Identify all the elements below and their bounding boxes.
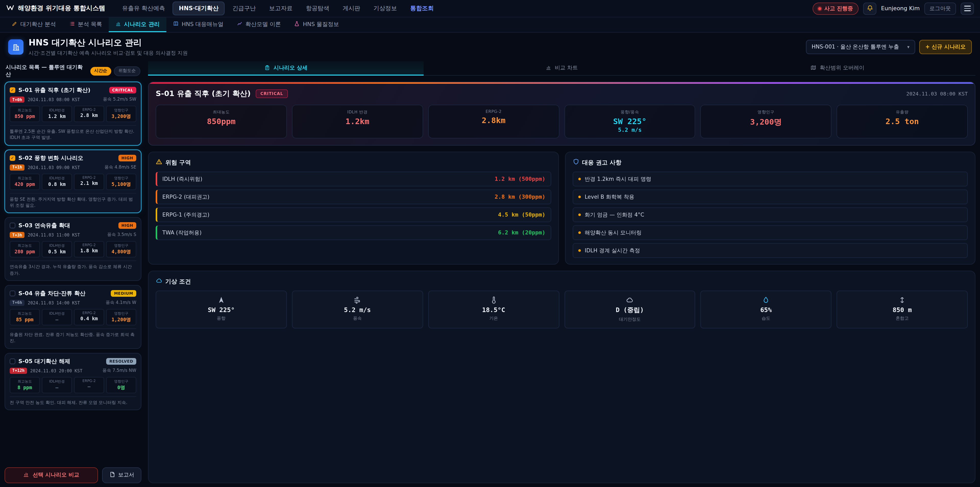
- metric-value: 0명: [109, 384, 134, 391]
- tab-scenario-management[interactable]: 시나리오 관리: [109, 18, 166, 32]
- scenario-checkbox[interactable]: [10, 155, 15, 161]
- nav-item-rescue[interactable]: 긴급구난: [227, 2, 262, 15]
- user-name: Eunjeong Kim: [881, 5, 920, 12]
- tab-dispersion-overlay[interactable]: 확산범위 오버레이: [700, 61, 975, 76]
- metric-label: IDLH반경: [45, 243, 69, 249]
- time-offset-badge: T+3h: [10, 232, 25, 238]
- metric-label: 최고농도: [12, 379, 37, 384]
- report-button[interactable]: 보고서: [102, 467, 142, 483]
- nav-item-weather[interactable]: 기상정보: [368, 2, 403, 15]
- metric-label: 풍향/풍속: [570, 109, 690, 115]
- incident-select[interactable]: HNS-001 · 울산 온산항 톨루엔 누출 ▾: [806, 40, 915, 54]
- danger-zones-title: 위험 구역: [165, 158, 191, 166]
- metric-label: ERPG-2: [76, 176, 102, 179]
- nav-item-reports[interactable]: 보고자료: [264, 2, 298, 15]
- detail-metric: ERPG-2 2.8km: [428, 105, 559, 139]
- zone-name: TWA (작업허용): [162, 229, 202, 236]
- metric-subvalue: 5.2 m/s: [570, 127, 690, 133]
- scenario-metrics: 최고농도 280 ppm IDLH반경 0.5 km ERPG-2 1.8 km…: [10, 241, 136, 258]
- tab-analysis-list[interactable]: 분석 목록: [62, 18, 109, 32]
- scenario-metric: ERPG-2 2.8 km: [74, 106, 104, 122]
- metric-label: ERPG-2: [76, 108, 102, 112]
- scenario-card[interactable]: S-04 유출 차단·잔류 확산 MEDIUM T+6h 2024.11.03 …: [5, 285, 142, 348]
- bar-chart-icon: [546, 65, 551, 71]
- notifications-button[interactable]: [863, 2, 877, 14]
- weather-title: 기상 조건: [165, 278, 191, 285]
- detail-title: S-01 유출 직후 (초기 확산): [156, 89, 251, 99]
- sort-by-time-button[interactable]: 시간순: [90, 67, 111, 75]
- recommendations-panel: 대응 권고 사항 반경 1.2km 즉시 대피 명령 Level B 화학복 착…: [565, 152, 975, 265]
- navbar-right: 사고 진행중 Eunjeong Kim 로그아웃: [813, 2, 974, 14]
- list-icon: [69, 21, 75, 28]
- tab-scenario-detail[interactable]: 시나리오 상세: [148, 61, 424, 76]
- scenario-checkbox[interactable]: [10, 291, 15, 296]
- tab-hns-manual[interactable]: HNS 대응매뉴얼: [166, 18, 230, 32]
- metric-label: IDLH반경: [45, 311, 69, 316]
- scenario-checkbox[interactable]: [10, 87, 15, 93]
- nav-item-integrated-search[interactable]: 통합조회: [405, 2, 439, 15]
- scenario-card[interactable]: S-05 대기확산 해제 RESOLVED T+12h 2024.11.03 2…: [5, 353, 142, 410]
- sort-by-risk-button[interactable]: 위험도순: [114, 66, 140, 76]
- detail-metric: 유출량 2.5 ton: [837, 105, 968, 139]
- scenario-card[interactable]: S-01 유출 직후 (초기 확산) CRITICAL T+0h 2024.11…: [5, 82, 142, 145]
- incident-status-badge: 사고 진행중: [813, 2, 859, 14]
- bullet-dot-icon: [578, 178, 581, 180]
- detail-metrics: 최대농도 850ppm IDLH 반경 1.2km ERPG-2 2.8km 풍…: [156, 105, 968, 139]
- danger-zones-panel: 위험 구역 IDLH (즉시위험) 1.2 km (500ppm) ERPG-2…: [148, 152, 558, 265]
- danger-zone-list: IDLH (즉시위험) 1.2 km (500ppm) ERPG-2 (대피권고…: [156, 172, 551, 240]
- scenario-metric: 최고농도 280 ppm: [10, 241, 40, 258]
- scenario-wind: 풍속 7.5m/s NW: [102, 367, 136, 374]
- page-title: HNS 대기확산 시나리오 관리: [29, 37, 188, 48]
- detail-metric: 최대농도 850ppm: [156, 105, 287, 139]
- scenario-card[interactable]: S-02 풍향 변화 시나리오 HIGH T+1h 2024.11.03 09:…: [5, 149, 142, 213]
- weather-label: 기온: [433, 316, 555, 322]
- nav-item-oil-spill[interactable]: 유출유 확산예측: [116, 2, 170, 15]
- compare-scenarios-button[interactable]: 선택 시나리오 비교: [5, 467, 98, 483]
- nav-item-board[interactable]: 게시판: [337, 2, 366, 15]
- weather-cell: 18.5°C 기온: [428, 291, 559, 329]
- scenario-card[interactable]: S-03 연속유출 확대 HIGH T+3h 2024.11.03 11:00 …: [5, 217, 142, 281]
- weather-cell: SW 225° 풍향: [156, 291, 287, 329]
- scenario-checkbox[interactable]: [10, 358, 15, 364]
- recommendation-row: 반경 1.2km 즉시 대피 명령: [573, 172, 968, 187]
- metric-value: 0.5 km: [45, 249, 69, 255]
- hamburger-icon: [964, 6, 970, 11]
- metric-value: 2.1 km: [76, 180, 102, 186]
- metric-label: 최고농도: [12, 176, 37, 180]
- page-subtitle: 시간·조건별 대기확산 예측 시나리오 비교·검토 및 대응 의사결정 지원: [29, 49, 188, 57]
- menu-button[interactable]: [961, 2, 974, 14]
- zone-name: IDLH (즉시위험): [162, 176, 202, 183]
- recommendation-row: 해양확산 동시 모니터링: [573, 225, 968, 240]
- scenario-wind: 풍속 4.1m/s W: [106, 300, 136, 306]
- tab-analysis[interactable]: 대기확산 분석: [5, 18, 62, 32]
- nav-item-aerial-search[interactable]: 항공탐색: [301, 2, 335, 15]
- app-root: 해양환경 위기대응 통합시스템 유출유 확산예측 HNS·대기확산 긴급구난 보…: [0, 0, 980, 487]
- wing-logo-icon: [6, 3, 14, 13]
- logout-button[interactable]: 로그아웃: [924, 2, 956, 14]
- scenario-metric: 최고농도 420 ppm: [10, 173, 40, 190]
- scenario-metric: ERPG-2 1.8 km: [74, 241, 104, 258]
- scenario-wind: 풍속 5.2m/s SW: [103, 97, 136, 103]
- tab-model-theory[interactable]: 확산모델 이론: [230, 18, 288, 32]
- time-offset-badge: T+0h: [10, 97, 25, 103]
- tab-compare-chart[interactable]: 비교 차트: [424, 61, 700, 76]
- scenario-metric: ERPG-2 0.4 km: [74, 309, 104, 325]
- scenario-checkbox[interactable]: [10, 223, 15, 228]
- wind-speed-icon: [353, 296, 361, 304]
- recommendation-row: Level B 화학복 착용: [573, 190, 968, 204]
- thermometer-icon: [490, 296, 497, 304]
- nav-item-hns-dispersion[interactable]: HNS·대기확산: [173, 2, 225, 15]
- metric-value: 2.5 ton: [842, 117, 962, 126]
- mixing-height-icon: [898, 296, 906, 304]
- tab-hns-substance-info[interactable]: HNS 물질정보: [288, 18, 346, 32]
- scenario-list: S-01 유출 직후 (초기 확산) CRITICAL T+0h 2024.11…: [5, 82, 142, 410]
- time-offset-badge: T+6h: [10, 300, 25, 306]
- zone-name: ERPG-1 (주의경고): [162, 211, 210, 218]
- compare-chart-icon: [23, 471, 29, 479]
- metric-value: —: [76, 383, 102, 389]
- scenario-metric: 영향인구 5,100명: [106, 173, 136, 190]
- scenario-metrics: 최고농도 420 ppm IDLH반경 0.8 km ERPG-2 2.1 km…: [10, 173, 136, 190]
- new-scenario-button[interactable]: + 신규 시나리오: [919, 40, 972, 54]
- scenario-timestamp: 2024.11.03 20:00 KST: [30, 368, 83, 373]
- scenario-metric: 영향인구 0명: [106, 377, 136, 393]
